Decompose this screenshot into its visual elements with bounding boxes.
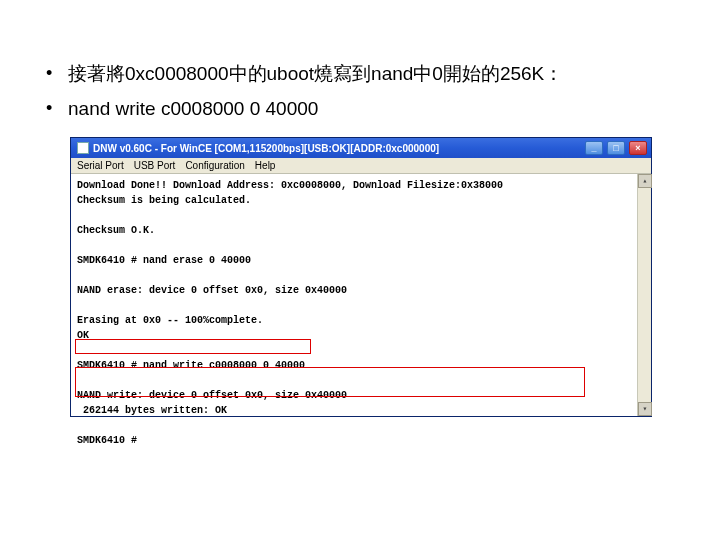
bullet-1: 接著將0xc0008000中的uboot燒寫到nand中0開始的256K： xyxy=(40,60,680,89)
titlebar: DNW v0.60C - For WinCE [COM1,115200bps][… xyxy=(71,138,651,158)
highlight-box-command xyxy=(75,339,311,354)
term-line: NAND write: device 0 offset 0x0, size 0x… xyxy=(77,390,347,401)
maximize-button[interactable]: □ xyxy=(607,141,625,155)
term-line: Download Done!! Download Address: 0xc000… xyxy=(77,180,503,191)
terminal-output: Download Done!! Download Address: 0xc000… xyxy=(71,174,651,416)
bullet-2: nand write c0008000 0 40000 xyxy=(40,95,680,124)
minimize-button[interactable]: _ xyxy=(585,141,603,155)
app-window: DNW v0.60C - For WinCE [COM1,115200bps][… xyxy=(70,137,652,417)
menu-help[interactable]: Help xyxy=(255,160,276,171)
scrollbar[interactable]: ▴▾ xyxy=(637,174,651,416)
menu-usb-port[interactable]: USB Port xyxy=(134,160,176,171)
window-title: DNW v0.60C - For WinCE [COM1,115200bps][… xyxy=(93,143,581,154)
term-line: SMDK6410 # nand write c0008000 0 40000 xyxy=(77,360,305,371)
scroll-up-icon[interactable]: ▴ xyxy=(638,174,652,188)
term-line: SMDK6410 # xyxy=(77,435,137,446)
scroll-down-icon[interactable]: ▾ xyxy=(638,402,652,416)
term-line: Checksum O.K. xyxy=(77,225,155,236)
menu-serial-port[interactable]: Serial Port xyxy=(77,160,124,171)
menu-configuration[interactable]: Configuration xyxy=(185,160,244,171)
close-button[interactable]: × xyxy=(629,141,647,155)
term-line: NAND erase: device 0 offset 0x0, size 0x… xyxy=(77,285,347,296)
app-icon xyxy=(77,142,89,154)
term-line: 262144 bytes written: OK xyxy=(77,405,227,416)
term-line: Erasing at 0x0 -- 100%complete. xyxy=(77,315,263,326)
term-line: OK xyxy=(77,330,89,341)
term-line: SMDK6410 # nand erase 0 40000 xyxy=(77,255,251,266)
term-line: Checksum is being calculated. xyxy=(77,195,251,206)
menubar: Serial Port USB Port Configuration Help xyxy=(71,158,651,174)
